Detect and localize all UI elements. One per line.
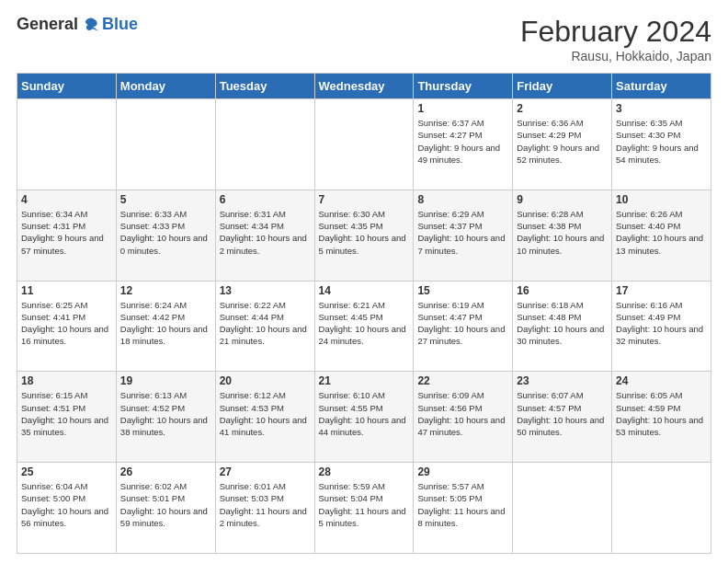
day-info: Sunrise: 6:33 AM Sunset: 4:33 PM Dayligh… xyxy=(120,208,211,257)
day-number: 28 xyxy=(319,465,410,478)
day-number: 13 xyxy=(220,284,311,297)
day-number: 9 xyxy=(517,193,608,206)
day-number: 8 xyxy=(417,193,508,206)
calendar-cell: 11Sunrise: 6:25 AM Sunset: 4:41 PM Dayli… xyxy=(17,281,117,372)
calendar-cell xyxy=(612,463,711,554)
calendar-cell: 19Sunrise: 6:13 AM Sunset: 4:52 PM Dayli… xyxy=(116,372,215,463)
calendar-cell: 14Sunrise: 6:21 AM Sunset: 4:45 PM Dayli… xyxy=(314,281,414,372)
calendar-cell: 2Sunrise: 6:36 AM Sunset: 4:29 PM Daylig… xyxy=(513,99,612,190)
day-info: Sunrise: 6:25 AM Sunset: 4:41 PM Dayligh… xyxy=(21,299,112,348)
day-info: Sunrise: 6:05 AM Sunset: 4:59 PM Dayligh… xyxy=(616,389,707,438)
day-number: 11 xyxy=(21,284,112,297)
calendar-cell: 3Sunrise: 6:35 AM Sunset: 4:30 PM Daylig… xyxy=(612,99,711,190)
day-info: Sunrise: 6:12 AM Sunset: 4:53 PM Dayligh… xyxy=(220,389,311,438)
day-info: Sunrise: 6:01 AM Sunset: 5:03 PM Dayligh… xyxy=(220,480,311,529)
calendar-cell xyxy=(116,99,215,190)
day-info: Sunrise: 6:30 AM Sunset: 4:35 PM Dayligh… xyxy=(319,208,410,257)
calendar-cell: 26Sunrise: 6:02 AM Sunset: 5:01 PM Dayli… xyxy=(116,463,215,554)
calendar-cell: 13Sunrise: 6:22 AM Sunset: 4:44 PM Dayli… xyxy=(215,281,314,372)
day-info: Sunrise: 6:13 AM Sunset: 4:52 PM Dayligh… xyxy=(120,389,211,438)
calendar-cell xyxy=(215,99,314,190)
day-number: 26 xyxy=(120,465,211,478)
calendar-row-1: 4Sunrise: 6:34 AM Sunset: 4:31 PM Daylig… xyxy=(17,190,711,281)
day-number: 23 xyxy=(517,374,608,387)
header: General Blue February 2024 Rausu, Hokkai… xyxy=(17,15,711,63)
day-number: 16 xyxy=(517,284,608,297)
calendar-cell: 29Sunrise: 5:57 AM Sunset: 5:05 PM Dayli… xyxy=(414,463,513,554)
calendar-cell: 1Sunrise: 6:37 AM Sunset: 4:27 PM Daylig… xyxy=(414,99,513,190)
calendar-cell: 10Sunrise: 6:26 AM Sunset: 4:40 PM Dayli… xyxy=(612,190,711,281)
day-info: Sunrise: 6:34 AM Sunset: 4:31 PM Dayligh… xyxy=(21,208,112,257)
day-info: Sunrise: 5:59 AM Sunset: 5:04 PM Dayligh… xyxy=(319,480,410,529)
day-info: Sunrise: 6:07 AM Sunset: 4:57 PM Dayligh… xyxy=(517,389,608,438)
day-number: 6 xyxy=(220,193,311,206)
day-number: 29 xyxy=(417,465,508,478)
calendar-cell: 5Sunrise: 6:33 AM Sunset: 4:33 PM Daylig… xyxy=(116,190,215,281)
day-info: Sunrise: 6:28 AM Sunset: 4:38 PM Dayligh… xyxy=(517,208,608,257)
calendar-cell: 9Sunrise: 6:28 AM Sunset: 4:38 PM Daylig… xyxy=(513,190,612,281)
weekday-header-sunday: Sunday xyxy=(17,74,117,99)
weekday-header-tuesday: Tuesday xyxy=(215,74,314,99)
calendar-cell: 4Sunrise: 6:34 AM Sunset: 4:31 PM Daylig… xyxy=(17,190,117,281)
day-info: Sunrise: 6:15 AM Sunset: 4:51 PM Dayligh… xyxy=(21,389,112,438)
logo: General Blue xyxy=(17,15,138,34)
day-info: Sunrise: 6:16 AM Sunset: 4:49 PM Dayligh… xyxy=(616,299,707,348)
day-number: 14 xyxy=(319,284,410,297)
location-text: Rausu, Hokkaido, Japan xyxy=(520,49,711,63)
calendar-cell: 27Sunrise: 6:01 AM Sunset: 5:03 PM Dayli… xyxy=(215,463,314,554)
calendar-cell: 17Sunrise: 6:16 AM Sunset: 4:49 PM Dayli… xyxy=(612,281,711,372)
calendar-row-4: 25Sunrise: 6:04 AM Sunset: 5:00 PM Dayli… xyxy=(17,463,711,554)
day-info: Sunrise: 5:57 AM Sunset: 5:05 PM Dayligh… xyxy=(417,480,508,529)
day-info: Sunrise: 6:02 AM Sunset: 5:01 PM Dayligh… xyxy=(120,480,211,529)
calendar-cell: 25Sunrise: 6:04 AM Sunset: 5:00 PM Dayli… xyxy=(17,463,117,554)
day-number: 15 xyxy=(417,284,508,297)
calendar-row-2: 11Sunrise: 6:25 AM Sunset: 4:41 PM Dayli… xyxy=(17,281,711,372)
day-number: 2 xyxy=(517,102,608,115)
title-block: February 2024 Rausu, Hokkaido, Japan xyxy=(520,15,711,63)
calendar-cell xyxy=(17,99,117,190)
weekday-header-friday: Friday xyxy=(513,74,612,99)
day-info: Sunrise: 6:19 AM Sunset: 4:47 PM Dayligh… xyxy=(417,299,508,348)
weekday-header-thursday: Thursday xyxy=(414,74,513,99)
day-number: 10 xyxy=(616,193,707,206)
calendar-table: SundayMondayTuesdayWednesdayThursdayFrid… xyxy=(17,73,711,554)
day-info: Sunrise: 6:36 AM Sunset: 4:29 PM Dayligh… xyxy=(517,117,608,166)
calendar-cell: 12Sunrise: 6:24 AM Sunset: 4:42 PM Dayli… xyxy=(116,281,215,372)
calendar-row-3: 18Sunrise: 6:15 AM Sunset: 4:51 PM Dayli… xyxy=(17,372,711,463)
month-year-title: February 2024 xyxy=(520,15,711,49)
calendar-cell: 8Sunrise: 6:29 AM Sunset: 4:37 PM Daylig… xyxy=(414,190,513,281)
day-number: 3 xyxy=(616,102,707,115)
day-number: 17 xyxy=(616,284,707,297)
day-number: 1 xyxy=(417,102,508,115)
weekday-header-saturday: Saturday xyxy=(612,74,711,99)
calendar-cell: 18Sunrise: 6:15 AM Sunset: 4:51 PM Dayli… xyxy=(17,372,117,463)
logo-bird-icon xyxy=(82,16,100,34)
day-number: 4 xyxy=(21,193,112,206)
day-info: Sunrise: 6:10 AM Sunset: 4:55 PM Dayligh… xyxy=(319,389,410,438)
calendar-cell: 23Sunrise: 6:07 AM Sunset: 4:57 PM Dayli… xyxy=(513,372,612,463)
day-number: 19 xyxy=(120,374,211,387)
calendar-row-0: 1Sunrise: 6:37 AM Sunset: 4:27 PM Daylig… xyxy=(17,99,711,190)
weekday-header-monday: Monday xyxy=(116,74,215,99)
day-number: 12 xyxy=(120,284,211,297)
day-number: 25 xyxy=(21,465,112,478)
day-info: Sunrise: 6:29 AM Sunset: 4:37 PM Dayligh… xyxy=(417,208,508,257)
day-number: 20 xyxy=(220,374,311,387)
day-number: 18 xyxy=(21,374,112,387)
day-number: 24 xyxy=(616,374,707,387)
calendar-cell: 6Sunrise: 6:31 AM Sunset: 4:34 PM Daylig… xyxy=(215,190,314,281)
day-info: Sunrise: 6:21 AM Sunset: 4:45 PM Dayligh… xyxy=(319,299,410,348)
day-info: Sunrise: 6:26 AM Sunset: 4:40 PM Dayligh… xyxy=(616,208,707,257)
day-info: Sunrise: 6:24 AM Sunset: 4:42 PM Dayligh… xyxy=(120,299,211,348)
calendar-cell xyxy=(314,99,414,190)
day-number: 22 xyxy=(417,374,508,387)
calendar-cell xyxy=(513,463,612,554)
logo-general-text: General xyxy=(17,15,78,34)
day-number: 5 xyxy=(120,193,211,206)
day-info: Sunrise: 6:31 AM Sunset: 4:34 PM Dayligh… xyxy=(220,208,311,257)
logo-blue-text: Blue xyxy=(102,15,138,34)
calendar-cell: 28Sunrise: 5:59 AM Sunset: 5:04 PM Dayli… xyxy=(314,463,414,554)
day-number: 21 xyxy=(319,374,410,387)
day-number: 27 xyxy=(220,465,311,478)
calendar-header-row: SundayMondayTuesdayWednesdayThursdayFrid… xyxy=(17,74,711,99)
